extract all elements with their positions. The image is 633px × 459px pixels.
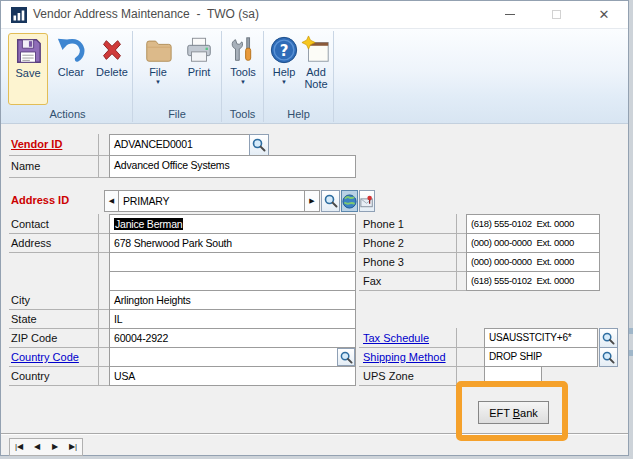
ups-zone-label: UPS Zone xyxy=(363,370,414,383)
screen: Vendor Address Maintenance - TWO (sa) ✕ … xyxy=(0,0,633,459)
shipping-method-lookup-button[interactable] xyxy=(599,347,618,367)
divider-line xyxy=(9,309,109,310)
maximize-icon xyxy=(552,10,561,19)
phone2-field[interactable]: (000) 000-0000 Ext. 0000 xyxy=(466,233,600,253)
window-title: Vendor Address Maintenance - TWO (sa) xyxy=(33,1,259,28)
magnifier-icon xyxy=(602,351,615,364)
tools-menu-button[interactable]: Tools ▼ xyxy=(226,33,260,105)
address-id-lookup-button[interactable] xyxy=(321,190,340,212)
country-code-field[interactable] xyxy=(109,347,356,367)
tools-wrench-screwdriver-icon xyxy=(228,35,258,65)
divider-line xyxy=(359,271,466,272)
state-label: State xyxy=(11,313,37,326)
ribbon-group-label-help: Help xyxy=(264,108,333,120)
browse-left-icon: ◀ xyxy=(109,197,114,205)
address-line1-field[interactable]: 678 Sherwood Park South xyxy=(109,233,356,253)
map-address-button[interactable] xyxy=(359,190,375,212)
help-menu-button[interactable]: ? Help ▼ xyxy=(268,33,300,105)
divider-line xyxy=(359,290,466,291)
ribbon-group-actions: Save Clear Delete Actions xyxy=(3,31,133,122)
background-window-fragment xyxy=(629,328,633,334)
maximize-button xyxy=(539,1,573,28)
globe-icon xyxy=(342,194,357,209)
zip-code-field[interactable]: 60004-2922 xyxy=(109,328,356,348)
fax-label: Fax xyxy=(363,275,381,288)
ribbon-group-help: ? Help ▼ Add Note Help xyxy=(264,31,334,122)
divider-line xyxy=(9,347,109,348)
divider-line xyxy=(456,328,457,386)
country-code-link[interactable]: Country Code xyxy=(11,351,79,364)
name-field[interactable]: Advanced Office Systems xyxy=(109,155,356,178)
phone3-field[interactable]: (000) 000-0000 Ext. 0000 xyxy=(466,252,600,272)
title-bar: Vendor Address Maintenance - TWO (sa) ✕ xyxy=(1,1,628,29)
delete-button[interactable]: Delete xyxy=(92,33,132,105)
nav-next-button[interactable]: ▶ xyxy=(46,439,64,455)
file-menu-button[interactable]: File ▼ xyxy=(139,33,177,105)
contact-label: Contact xyxy=(11,218,49,231)
save-button[interactable]: Save xyxy=(8,33,48,105)
address-id-previous-button[interactable]: ◀ xyxy=(104,190,119,212)
vendor-id-label[interactable]: Vendor ID xyxy=(11,138,62,151)
divider-line xyxy=(1,433,628,434)
eft-bank-label-pre: EFT xyxy=(489,407,513,419)
minimize-button[interactable] xyxy=(493,1,527,28)
app-bar-chart-icon xyxy=(11,7,27,23)
floppy-disk-icon xyxy=(13,36,43,66)
ribbon-group-label-tools: Tools xyxy=(222,108,263,120)
divider-line xyxy=(98,134,99,178)
eft-bank-button[interactable]: EFT Bank xyxy=(478,401,549,424)
minimize-icon xyxy=(505,14,515,15)
ups-zone-field[interactable] xyxy=(484,366,542,386)
vendor-id-lookup-button[interactable] xyxy=(249,134,269,156)
address-label: Address xyxy=(11,237,51,250)
ribbon-group-label-file: File xyxy=(133,108,221,120)
nav-previous-button[interactable]: ◀ xyxy=(28,439,46,455)
ribbon-group-file: File ▼ Print File xyxy=(133,31,222,122)
contact-field[interactable]: Janice Berman xyxy=(109,214,356,234)
add-note-label: Add Note xyxy=(301,66,331,90)
divider-line xyxy=(9,385,109,386)
add-note-button[interactable]: Add Note xyxy=(300,33,332,105)
state-field[interactable]: IL xyxy=(109,309,356,329)
tax-schedule-lookup-button[interactable] xyxy=(599,328,618,348)
address-id-next-button[interactable]: ▶ xyxy=(304,190,320,212)
tax-schedule-link[interactable]: Tax Schedule xyxy=(363,332,429,345)
divider-line xyxy=(9,252,109,253)
fax-field[interactable]: (618) 555-0102 Ext. 0000 xyxy=(466,271,600,291)
address-line2-field[interactable] xyxy=(109,252,356,272)
divider-line xyxy=(9,177,109,178)
delete-label: Delete xyxy=(96,66,128,78)
ribbon-toolbar: Save Clear Delete Actions xyxy=(1,29,628,124)
divider-line xyxy=(9,328,109,329)
divider-line xyxy=(359,366,484,367)
help-dropdown-icon: ▼ xyxy=(281,79,287,86)
tools-dropdown-icon: ▼ xyxy=(240,79,246,86)
print-label: Print xyxy=(188,66,211,78)
phone1-field[interactable]: (618) 555-0102 Ext. 0000 xyxy=(466,214,600,234)
address-id-field[interactable]: PRIMARY xyxy=(118,190,305,212)
nav-last-button[interactable]: ▶| xyxy=(64,439,82,455)
delete-x-icon xyxy=(97,35,127,65)
ribbon-group-label-actions: Actions xyxy=(3,108,132,120)
shipping-method-link[interactable]: Shipping Method xyxy=(363,351,446,364)
address-line3-field[interactable] xyxy=(109,271,356,291)
city-label: City xyxy=(11,294,30,307)
print-button[interactable]: Print xyxy=(179,33,219,105)
file-label: File xyxy=(149,66,167,78)
address-id-label: Address ID xyxy=(11,194,69,207)
city-field[interactable]: Arlington Heights xyxy=(109,290,356,310)
internet-info-button[interactable] xyxy=(341,190,358,212)
country-label: Country xyxy=(11,370,50,383)
vendor-id-field[interactable]: ADVANCED0001 xyxy=(109,134,250,156)
phone1-label: Phone 1 xyxy=(363,218,404,231)
country-field[interactable]: USA xyxy=(109,366,356,386)
close-button[interactable]: ✕ xyxy=(587,1,621,28)
eft-bank-label-post: ank xyxy=(520,407,538,419)
magnifier-icon xyxy=(324,194,338,208)
svg-text:?: ? xyxy=(280,42,289,60)
country-code-lookup-button[interactable] xyxy=(337,348,355,366)
clear-button[interactable]: Clear xyxy=(50,33,92,105)
tax-schedule-field[interactable]: USAUSSTCITY+6* xyxy=(484,328,598,348)
nav-first-button[interactable]: |◀ xyxy=(10,439,28,455)
shipping-method-field[interactable]: DROP SHIP xyxy=(484,347,598,367)
